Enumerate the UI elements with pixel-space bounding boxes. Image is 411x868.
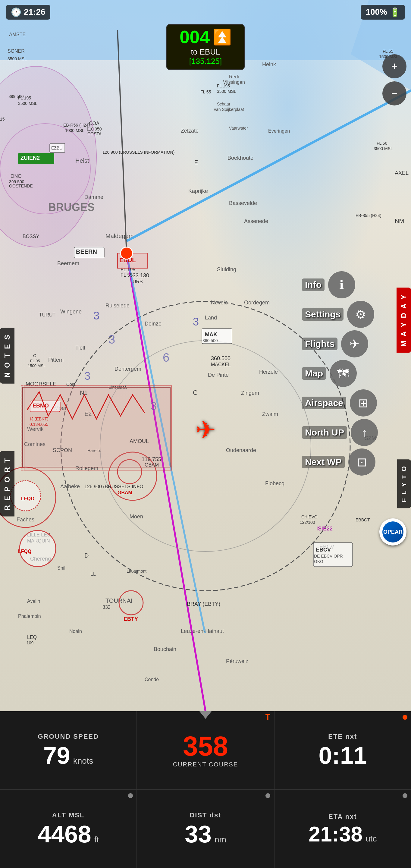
notes-label: N O T E S [3, 334, 11, 377]
battery-display: 100% 🔋 [361, 5, 405, 20]
map-menu: Info ℹ Settings ⚙ Flights ✈ Map 🗺 Airspa… [302, 271, 378, 475]
alt-msl-unit: ft [94, 835, 99, 844]
bearing-display: 004 ⏫ [173, 28, 238, 46]
top-data-row: GROUND SPEED 79 knots T 358 CURRENT COUR… [0, 711, 411, 789]
openair-label: OPEAR [383, 529, 403, 535]
status-time-display: 🕐 21:26 [6, 5, 50, 20]
eta-nxt-panel[interactable]: ETA nxt 21:38 utc [275, 789, 411, 868]
double-chevron-up-icon: ⏫ [213, 30, 231, 44]
aircraft-icon: ✈ [195, 416, 216, 444]
t-label: T [265, 712, 270, 722]
report-panel[interactable]: R E P O R T [0, 451, 14, 516]
north-up-button[interactable]: ↑ [351, 419, 378, 446]
next-wp-icon: ⊡ [357, 455, 367, 469]
menu-item-settings[interactable]: Settings ⚙ [302, 301, 378, 328]
alt-msl-panel[interactable]: ALT MSL 4468 ft [0, 789, 137, 868]
airspace-button[interactable]: ⊞ [350, 390, 377, 416]
arrow-up-icon: ↑ [361, 426, 367, 439]
openair-logo: OPEAR [382, 521, 404, 542]
dist-dst-unit: nm [215, 835, 226, 844]
eta-nxt-value: 21:38 [309, 824, 362, 845]
flights-button[interactable]: ✈ [341, 330, 368, 358]
bottom-panels: GROUND SPEED 79 knots T 358 CURRENT COUR… [0, 711, 411, 868]
ground-speed-unit: knots [73, 756, 93, 766]
notes-panel[interactable]: N O T E S [0, 328, 14, 383]
ground-speed-panel[interactable]: GROUND SPEED 79 knots [0, 711, 137, 789]
menu-item-north-up[interactable]: North UP ↑ [302, 419, 378, 446]
eta-nxt-unit: utc [366, 834, 377, 844]
info-label: Info [302, 278, 324, 291]
settings-label: Settings [302, 308, 344, 321]
alt-msl-label: ALT MSL [52, 811, 85, 819]
current-course-label: CURRENT COURSE [173, 761, 238, 768]
menu-item-map[interactable]: Map 🗺 [302, 360, 378, 387]
ete-nxt-value: 0:11 [318, 744, 367, 768]
bearing-value: 004 [180, 28, 210, 46]
next-wp-label: Next WP [302, 456, 345, 468]
alt-msl-value: 4468 [38, 822, 91, 846]
clock-icon: 🕐 [11, 7, 22, 17]
map-button[interactable]: 🗺 [330, 360, 357, 387]
mayday-panel[interactable]: M A Y D A Y [397, 287, 411, 352]
north-up-label: North UP [302, 426, 347, 439]
map-icon: 🗺 [337, 367, 349, 380]
zoom-out-button[interactable]: − [382, 82, 407, 105]
flyto-label: F L Y T O [400, 465, 408, 502]
settings-button[interactable]: ⚙ [347, 301, 374, 328]
current-time: 21:26 [24, 7, 45, 17]
ete-indicator-dot [403, 715, 407, 720]
zoom-in-button[interactable]: + [382, 54, 407, 79]
flights-label: Flights [302, 338, 338, 350]
current-course-panel[interactable]: T 358 CURRENT COURSE [137, 711, 274, 789]
alt-indicator-dot [128, 793, 133, 798]
map-zoom-controls: + − [382, 54, 407, 105]
dist-indicator-dot [265, 793, 270, 798]
openair-button[interactable]: OPEAR [379, 518, 407, 546]
ground-speed-value: 79 [43, 744, 70, 768]
info-button[interactable]: ℹ [328, 271, 355, 299]
triangle-indicator [199, 711, 212, 719]
report-label: R E P O R T [3, 457, 11, 510]
waypoint-frequency: [135.125] [173, 57, 238, 66]
battery-icon: 🔋 [389, 7, 400, 17]
ground-speed-label: GROUND SPEED [38, 733, 98, 741]
flyto-panel[interactable]: F L Y T O [397, 459, 411, 508]
waypoint-banner[interactable]: 004 ⏫ to EBUL [135.125] [166, 24, 245, 70]
battery-level: 100% [366, 7, 387, 17]
map-container[interactable]: BRUGES 133.130 URS 360.500 MACKEL 119.75… [0, 0, 411, 711]
info-icon: ℹ [339, 278, 344, 292]
menu-item-flights[interactable]: Flights ✈ [302, 330, 378, 358]
grid-icon: ⊞ [358, 396, 369, 410]
dist-dst-panel[interactable]: DIST dst 33 nm [137, 789, 274, 868]
ete-nxt-label: ETE nxt [328, 733, 357, 741]
next-wp-button[interactable]: ⊡ [348, 448, 375, 475]
eta-indicator-dot [403, 793, 407, 798]
map-label: Map [302, 367, 326, 380]
menu-item-info[interactable]: Info ℹ [302, 271, 378, 299]
waypoint-destination: to EBUL [173, 47, 238, 57]
current-course-value: 358 [183, 733, 228, 760]
gear-icon: ⚙ [355, 307, 366, 321]
plane-icon: ✈ [350, 337, 360, 351]
airspace-label: Airspace [302, 397, 346, 409]
mayday-label: M A Y D A Y [400, 293, 408, 347]
menu-item-airspace[interactable]: Airspace ⊞ [302, 390, 378, 416]
ete-nxt-panel[interactable]: ETE nxt 0:11 [275, 711, 411, 789]
dist-dst-value: 33 [185, 822, 212, 846]
eta-nxt-label: ETA nxt [328, 813, 357, 821]
status-bar: 🕐 21:26 100% 🔋 [0, 0, 411, 24]
menu-item-next-wp[interactable]: Next WP ⊡ [302, 448, 378, 475]
bottom-data-row: ALT MSL 4468 ft DIST dst 33 nm ETA nxt 2… [0, 789, 411, 868]
dist-dst-label: DIST dst [190, 811, 221, 819]
